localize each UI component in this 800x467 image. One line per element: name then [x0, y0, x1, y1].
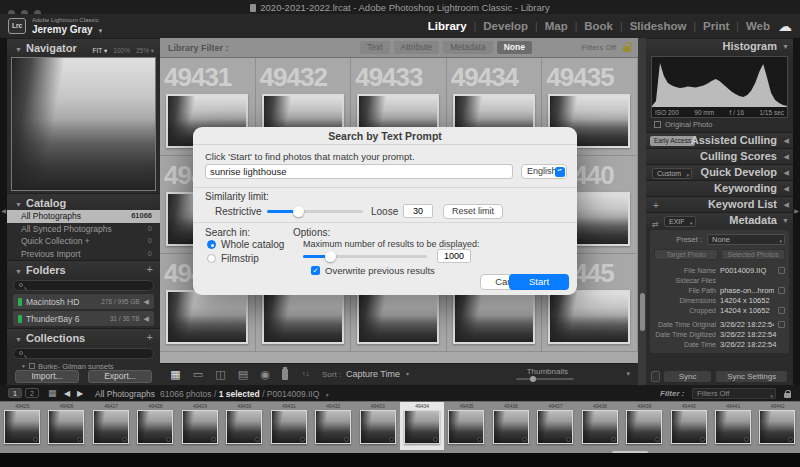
collections-search-input[interactable]	[13, 348, 154, 359]
reset-limit-button[interactable]: Reset limit	[443, 204, 503, 219]
go-forward-icon[interactable]: ▶	[77, 389, 83, 398]
filmstrip-cell[interactable]: 49426	[44, 402, 88, 450]
filmstrip-thumbnail[interactable]	[48, 410, 84, 444]
filmstrip-cell[interactable]: 49440	[667, 402, 711, 450]
filmstrip-thumbnail[interactable]	[448, 410, 484, 444]
catalog-item[interactable]: Quick Collection +0	[7, 235, 160, 248]
filmstrip-cell[interactable]: 49438	[578, 402, 622, 450]
filmstrip-cell[interactable]: 49428	[133, 402, 177, 450]
culling-scores-header[interactable]: Culling Scores ◀	[646, 148, 793, 164]
catalog-item[interactable]: Previous Import0	[7, 248, 160, 261]
language-select[interactable]: English▴▾	[521, 164, 567, 179]
export-button[interactable]: Export...	[88, 370, 152, 383]
quick-develop-preset-dropdown[interactable]: Custom▾	[652, 168, 692, 179]
import-button[interactable]: Import...	[15, 370, 79, 383]
filmstrip-thumbnail[interactable]	[271, 410, 307, 444]
prompt-input[interactable]	[205, 164, 513, 179]
filmstrip-cell[interactable]: 49439	[622, 402, 666, 450]
filter-tab-metadata[interactable]: Metadata	[443, 41, 492, 54]
grid-view-shortcut-icon[interactable]: ▦	[48, 388, 57, 398]
add-keyword-icon[interactable]: +	[653, 198, 659, 213]
quick-develop-header[interactable]: Custom▾ Quick Develop ◀	[646, 164, 793, 180]
search-in-option[interactable]: Filmstrip	[207, 253, 259, 264]
left-panel-collapse-strip[interactable]: ◀	[0, 38, 7, 385]
module-tab-web[interactable]: Web	[746, 20, 770, 32]
sync-settings-button[interactable]: Sync Settings	[715, 370, 788, 383]
filter-tab-none[interactable]: None	[497, 41, 532, 54]
sync-button[interactable]: Sync	[663, 370, 713, 383]
keyword-list-header[interactable]: + Keyword List ◀	[646, 196, 793, 212]
filmstrip-cell[interactable]: 49433	[356, 402, 400, 450]
folders-header[interactable]: ▼Folders +	[7, 260, 160, 277]
filter-lock-icon[interactable]	[623, 46, 631, 52]
filmstrip-cell[interactable]: 49430	[222, 402, 266, 450]
navigator-preview-image[interactable]	[11, 57, 156, 191]
go-back-icon[interactable]: ◀	[64, 389, 70, 398]
module-tab-library[interactable]: Library	[428, 20, 467, 32]
filmstrip-cell[interactable]: 49436	[489, 402, 533, 450]
filter-preset-label[interactable]: Filters Off	[581, 38, 616, 58]
module-tab-print[interactable]: Print	[703, 20, 729, 32]
filter-tab-text[interactable]: Text	[360, 41, 390, 54]
grid-view-icon[interactable]: ▦	[168, 368, 183, 381]
identity-plate[interactable]: Jeremy Gray▼	[32, 24, 104, 35]
collection-item[interactable]: ▼ Burke- Gilman sunsets	[7, 362, 160, 370]
main-window-button[interactable]: 1	[8, 388, 22, 398]
filmstrip-thumbnail[interactable]	[137, 410, 173, 444]
navigator-zoom-0[interactable]: FIT ▾	[93, 43, 108, 59]
photo-thumbnail[interactable]	[453, 290, 535, 344]
photo-thumbnail[interactable]	[262, 290, 344, 344]
metadata-action-icon[interactable]	[778, 267, 785, 274]
people-view-icon[interactable]: ◉	[258, 368, 273, 381]
autosync-toggle[interactable]	[651, 371, 660, 382]
filmstrip-thumbnail[interactable]	[182, 410, 218, 444]
module-tab-book[interactable]: Book	[584, 20, 613, 32]
filmstrip-cell[interactable]: 49432	[311, 402, 355, 450]
preset-dropdown[interactable]: None▾	[707, 234, 785, 245]
navigator-zoom-levels[interactable]: FIT ▾100%25% ▾	[93, 43, 154, 59]
filmstrip-cell[interactable]: 49435	[444, 402, 488, 450]
filmstrip-cell[interactable]: 49442	[755, 402, 799, 450]
thumbnail-size-slider[interactable]	[516, 378, 574, 380]
filmstrip-filter-lock-icon[interactable]	[784, 393, 791, 398]
target-photo-button[interactable]: Target Photo	[654, 249, 718, 260]
metadata-switch-icon[interactable]: ⇄	[652, 217, 659, 232]
max-results-slider[interactable]	[303, 255, 427, 258]
volume-item[interactable]: Macintosh HD276 / 995 GB◀	[13, 294, 154, 309]
histogram-chart[interactable]: ISO 20090 mmf / 161/15 sec	[651, 56, 788, 118]
catalog-item[interactable]: All Synced Photographs0	[7, 223, 160, 236]
assisted-culling-header[interactable]: Early Access Assisted Culling ◀	[646, 132, 793, 148]
filmstrip-source-label[interactable]: All Photographs	[95, 389, 155, 399]
filmstrip-cell[interactable]: 49434	[400, 402, 444, 450]
start-button[interactable]: Start	[509, 274, 569, 290]
add-collection-icon[interactable]: +	[147, 329, 153, 345]
filter-tab-attribute[interactable]: Attribute	[394, 41, 440, 54]
overwrite-checkbox[interactable]: ✓	[311, 266, 320, 275]
filmstrip-thumbnail[interactable]	[759, 410, 795, 444]
collections-header[interactable]: ▼Collections +	[7, 328, 160, 345]
loupe-view-icon[interactable]: ▭	[190, 368, 205, 381]
filmstrip-thumbnail[interactable]	[715, 410, 751, 444]
cloud-sync-icon[interactable]: ☁	[778, 18, 792, 34]
module-tab-slideshow[interactable]: Slideshow	[630, 20, 687, 32]
sort-value[interactable]: Capture Time	[346, 369, 400, 379]
filmstrip-status[interactable]: 61066 photos / 1 selected / P0014009.IIQ…	[160, 389, 330, 399]
filmstrip-thumbnail[interactable]	[360, 410, 396, 444]
filmstrip-filter-dropdown[interactable]: Filters Off▾	[692, 388, 776, 399]
similarity-slider[interactable]	[267, 210, 363, 213]
filmstrip-cell[interactable]: 49425	[0, 402, 44, 450]
filmstrip-cell[interactable]: 49441	[711, 402, 755, 450]
grid-scrollbar-handle[interactable]	[640, 293, 645, 331]
filmstrip-thumbnail[interactable]	[4, 410, 40, 444]
original-photo-checkbox[interactable]	[654, 121, 661, 128]
metadata-view-dropdown[interactable]: EXIF▾	[664, 216, 696, 227]
right-panel-collapse-strip[interactable]: ▶	[793, 38, 800, 385]
filmstrip-cell[interactable]: 49437	[533, 402, 577, 450]
painter-tool-icon[interactable]	[282, 369, 288, 380]
max-results-slider-knob[interactable]	[325, 251, 336, 262]
navigator-header[interactable]: ▼Navigator FIT ▾100%25% ▾	[7, 38, 160, 55]
navigator-zoom-1[interactable]: 100%	[113, 43, 130, 59]
similarity-value-input[interactable]	[403, 204, 433, 218]
photo-thumbnail[interactable]	[357, 290, 439, 344]
module-tab-map[interactable]: Map	[545, 20, 568, 32]
